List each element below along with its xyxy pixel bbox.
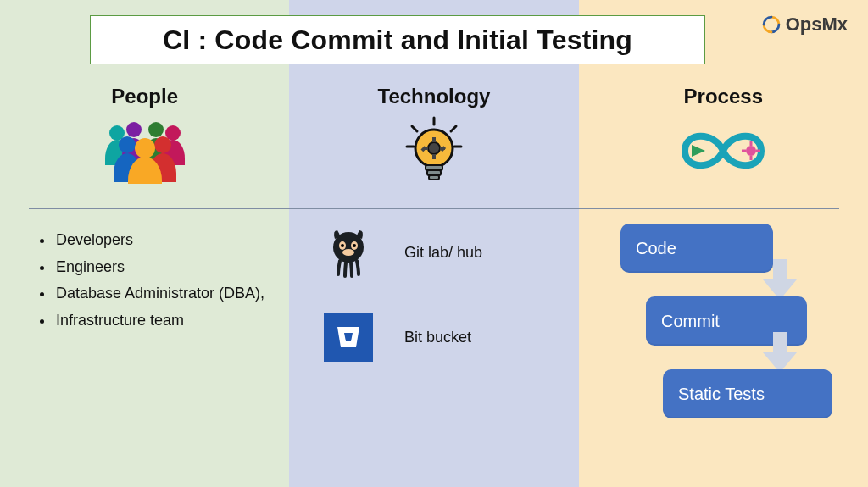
svg-point-6 xyxy=(135,138,155,158)
list-item: Database Administrator (DBA), xyxy=(54,280,290,307)
brand-name: OpsMx xyxy=(786,14,848,36)
svg-line-9 xyxy=(451,126,456,131)
svg-point-24 xyxy=(746,146,756,156)
people-group-icon xyxy=(98,115,192,186)
lightbulb-gear-icon xyxy=(403,115,465,186)
svg-marker-23 xyxy=(692,145,705,157)
svg-rect-27 xyxy=(742,150,746,152)
down-arrow-icon xyxy=(761,332,798,374)
col-head-technology: Technology xyxy=(289,85,578,186)
svg-rect-14 xyxy=(432,137,436,142)
list-item: Infrastructure team xyxy=(54,307,290,335)
heading-technology: Technology xyxy=(378,85,491,108)
process-step-label: Code xyxy=(636,239,676,258)
svg-rect-22 xyxy=(429,175,439,180)
tech-item-github: Git lab/ hub xyxy=(289,227,578,278)
col-head-people: People xyxy=(0,85,289,186)
svg-point-34 xyxy=(342,249,354,256)
brand-logo: OpsMx xyxy=(762,14,848,36)
tech-label: Git lab/ hub xyxy=(404,244,482,262)
horizontal-divider xyxy=(29,208,839,209)
down-arrow-icon xyxy=(761,259,798,302)
svg-point-13 xyxy=(428,142,440,154)
svg-point-5 xyxy=(154,136,171,153)
column-headings-row: People xyxy=(0,85,868,186)
svg-rect-26 xyxy=(750,156,753,160)
process-step-label: Static Tests xyxy=(678,385,765,404)
github-octocat-icon xyxy=(323,227,374,278)
tech-item-bitbucket: Bit bucket xyxy=(289,312,578,362)
people-list: Developers Engineers Database Administra… xyxy=(36,227,290,334)
arrow-gap xyxy=(620,273,839,296)
bitbucket-icon xyxy=(323,312,374,362)
devops-infinity-icon xyxy=(668,115,778,186)
svg-point-4 xyxy=(119,136,136,153)
slide-title: CI : Code Commit and Initial Testing xyxy=(163,25,632,56)
svg-point-2 xyxy=(148,122,164,137)
opsmx-logo-icon xyxy=(762,15,781,34)
svg-rect-25 xyxy=(750,141,753,146)
svg-rect-28 xyxy=(756,150,760,152)
technology-list: Git lab/ hub Bit bucket xyxy=(289,227,578,362)
process-step: Static Tests xyxy=(663,369,832,418)
svg-rect-15 xyxy=(432,154,436,159)
process-flow: Code Commit Static Tests xyxy=(620,224,839,418)
slide: CI : Code Commit and Initial Testing Ops… xyxy=(0,0,868,487)
arrow-gap xyxy=(620,346,839,369)
col-head-process: Process xyxy=(579,85,868,186)
heading-people: People xyxy=(111,85,178,108)
svg-point-33 xyxy=(353,244,356,247)
svg-point-1 xyxy=(126,122,142,137)
tech-label: Bit bucket xyxy=(404,329,471,346)
svg-line-8 xyxy=(412,126,417,131)
process-step-label: Commit xyxy=(661,312,720,331)
list-item: Developers xyxy=(54,227,290,254)
list-item: Engineers xyxy=(54,254,290,281)
svg-point-32 xyxy=(341,244,344,247)
heading-process: Process xyxy=(684,85,763,108)
process-step: Code xyxy=(620,224,773,273)
slide-title-box: CI : Code Commit and Initial Testing xyxy=(90,15,705,64)
